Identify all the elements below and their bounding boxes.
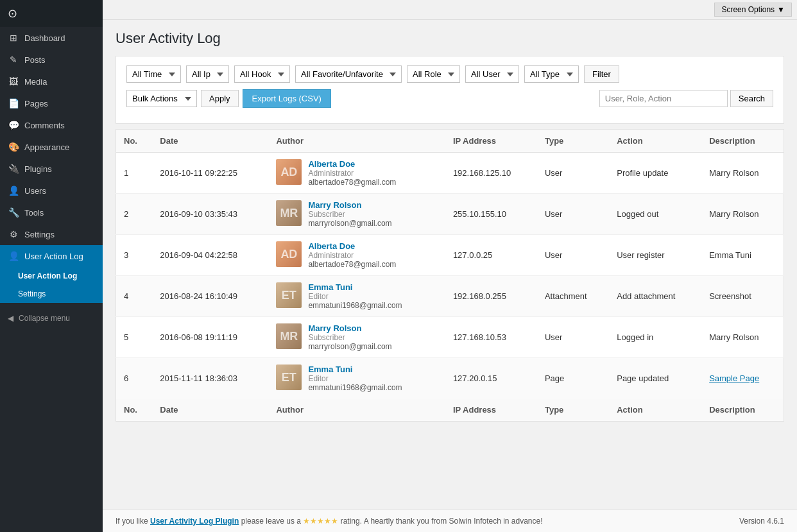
sidebar-label-users: Users [24,186,46,196]
cell-action: Logged out [609,194,701,235]
collapse-label: Collapse menu [19,314,70,323]
sidebar-item-user-action-log[interactable]: 👤 User Action Log [0,245,103,267]
submenu-item-user-action-log[interactable]: User Action Log [0,267,103,285]
cell-date: 2015-11-11 18:36:03 [152,358,268,399]
avatar-initials: ET [276,365,302,390]
sidebar-item-appearance[interactable]: 🎨 Appearance [0,136,103,158]
cell-description: Emma Tuni [701,235,784,276]
all-ip-select[interactable]: All Ip [186,65,229,83]
apply-button[interactable]: Apply [201,90,239,107]
filter-button[interactable]: Filter [584,65,619,83]
cell-author: AD Alberta Doe Administrator albertadoe7… [268,153,445,194]
table-footer-row: No. Date Author IP Address Type Action D… [116,399,784,422]
cell-ip: 127.168.10.53 [445,317,537,358]
submenu-item-settings[interactable]: Settings [0,285,103,303]
sidebar-label-dashboard: Dashboard [24,33,65,43]
table-header-row: No. Date Author IP Address Type Action D… [116,130,784,153]
cell-description: Screenshot [701,276,784,317]
search-button[interactable]: Search [730,90,773,107]
avatar: ET [276,282,302,308]
author-name[interactable]: Alberta Doe [308,241,396,251]
author-name[interactable]: Marry Rolson [308,323,391,333]
cell-no: 1 [116,153,153,194]
author-info: Marry Rolson Subscriber marryrolson@gmai… [308,323,391,351]
bulk-actions-select[interactable]: Bulk Actions [126,90,197,107]
cell-type: Page [537,358,609,399]
topbar: Screen Options ▼ [103,0,797,20]
cell-author: MR Marry Rolson Subscriber marryrolson@g… [268,194,445,235]
avatar: MR [276,200,302,226]
all-role-select[interactable]: All Role [407,65,460,83]
table-body: 1 2016-10-11 09:22:25 AD Alberta Doe Adm… [116,153,784,399]
cell-description: Marry Rolson [701,194,784,235]
footer-plugin-link[interactable]: User Activity Log Plugin [150,517,239,526]
sidebar-item-users[interactable]: 👤 Users [0,180,103,202]
cell-date: 2016-06-08 19:11:19 [152,317,268,358]
sidebar-item-posts[interactable]: ✎ Posts [0,49,103,71]
content-area: User Activity Log All Time All Ip All Ho… [103,20,797,510]
sidebar-label-user-action-log: User Action Log [24,252,83,261]
all-hook-select[interactable]: All Hook [234,65,290,83]
avatar: MR [276,323,302,349]
sidebar-item-plugins[interactable]: 🔌 Plugins [0,158,103,180]
author-email: albertadoe78@gmail.com [308,178,396,187]
collapse-menu[interactable]: ◀ Collapse menu [0,308,103,329]
sidebar-item-pages[interactable]: 📄 Pages [0,92,103,114]
author-name[interactable]: Emma Tuni [308,282,402,292]
sidebar-item-settings[interactable]: ⚙ Settings [0,223,103,245]
plugins-icon: 🔌 [8,164,19,174]
cell-ip: 192.168.0.255 [445,276,537,317]
description-link[interactable]: Sample Page [709,373,759,383]
author-name[interactable]: Marry Rolson [308,200,391,210]
table-row: 2 2016-09-10 03:35:43 MR Marry Rolson Su… [116,194,784,235]
sidebar-submenu-user-action-log: User Action Log Settings [0,267,103,303]
avatar: ET [276,365,302,390]
footer-stars: ★★★★★ [303,517,338,526]
footer-version: Version 4.6.1 [739,517,784,526]
author-role: Editor [308,374,402,383]
main-content: Screen Options ▼ User Activity Log All T… [103,0,797,532]
description-text: Emma Tuni [709,250,751,260]
screen-options-button[interactable]: Screen Options ▼ [714,3,792,17]
cell-action: Logged in [609,317,701,358]
sidebar-label-plugins: Plugins [24,164,52,174]
users-icon: 👤 [8,185,19,196]
cell-type: User [537,235,609,276]
cell-author: ET Emma Tuni Editor emmatuni1968@gmail.c… [268,358,445,399]
author-name[interactable]: Alberta Doe [308,159,396,169]
col-author: Author [268,130,445,153]
col-type: Type [537,130,609,153]
foot-col-no: No. [116,399,153,422]
all-type-select[interactable]: All Type [524,65,579,83]
foot-col-author: Author [268,399,445,422]
col-date: Date [152,130,268,153]
collapse-icon: ◀ [8,314,13,323]
export-button[interactable]: Export Logs (CSV) [243,89,331,108]
author-name[interactable]: Emma Tuni [308,365,402,374]
sidebar-item-comments[interactable]: 💬 Comments [0,114,103,136]
sidebar-label-pages: Pages [24,99,48,108]
cell-date: 2016-10-11 09:22:25 [152,153,268,194]
cell-action: Profile update [609,153,701,194]
bulk-actions-group: Bulk Actions Apply Export Logs (CSV) [126,89,331,108]
sidebar-item-dashboard[interactable]: ⊞ Dashboard [0,27,103,49]
foot-col-type: Type [537,399,609,422]
author-email: marryrolson@gmail.com [308,219,391,228]
table-row: 1 2016-10-11 09:22:25 AD Alberta Doe Adm… [116,153,784,194]
all-user-select[interactable]: All User [465,65,519,83]
cell-description: Marry Rolson [701,153,784,194]
cell-no: 3 [116,235,153,276]
table-row: 6 2015-11-11 18:36:03 ET Emma Tuni Edito… [116,358,784,399]
media-icon: 🖼 [8,76,19,87]
author-role: Subscriber [308,210,391,219]
search-input[interactable] [599,90,728,107]
foot-col-description: Description [701,399,784,422]
all-favorite-select[interactable]: All Favorite/Unfavorite [295,65,402,83]
author-email: emmatuni1968@gmail.com [308,383,402,392]
all-time-select[interactable]: All Time [126,65,181,83]
author-info: Alberta Doe Administrator albertadoe78@g… [308,241,396,269]
sidebar-item-tools[interactable]: 🔧 Tools [0,202,103,223]
cell-description: Marry Rolson [701,317,784,358]
sidebar-item-media[interactable]: 🖼 Media [0,71,103,92]
footer: If you like User Activity Log Plugin ple… [103,510,797,532]
